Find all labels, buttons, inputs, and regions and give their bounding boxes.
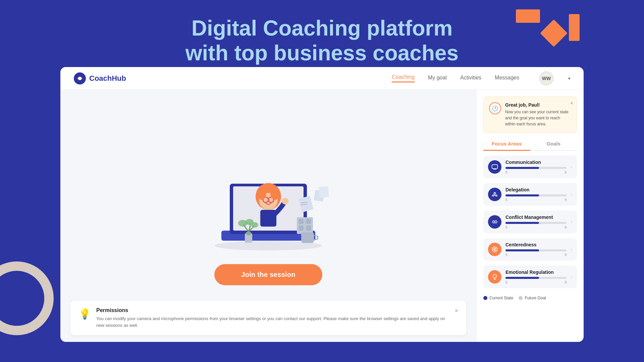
delegation-progress-fill	[505, 194, 539, 196]
nav-my-goal[interactable]: My goal	[428, 75, 447, 82]
svg-point-17	[262, 185, 275, 193]
join-session-button[interactable]: Join the session	[214, 264, 322, 285]
communication-chevron-icon: ›	[571, 164, 572, 170]
main-card: CoachHub Coaching My goal Activities Mes…	[60, 67, 584, 342]
svg-point-1	[78, 77, 82, 80]
permissions-text: You can modify your camera and microphon…	[96, 315, 449, 328]
svg-rect-33	[319, 186, 329, 197]
conflict-progress-fill	[505, 222, 539, 224]
content-area: Join the session 💡 Permissions You can m…	[60, 90, 584, 342]
emotional-progress-fill	[505, 277, 539, 279]
logo-text: CoachHub	[89, 74, 126, 83]
delegation-progress-bar	[505, 194, 567, 196]
notification-card: 🕐 Great job, Paul! Now you can see your …	[483, 97, 577, 133]
notification-content: Great job, Paul! Now you can see your cu…	[505, 102, 571, 127]
centeredness-progress-bar	[505, 249, 567, 251]
illustration-container	[195, 147, 342, 254]
emotional-icon	[488, 270, 501, 284]
legend-future-goal: Future Goal	[519, 296, 546, 300]
nav-messages[interactable]: Messages	[495, 75, 519, 82]
bg-decoration-rect1	[516, 9, 540, 23]
svg-point-35	[494, 192, 496, 194]
clock-icon: 🕐	[489, 102, 501, 114]
permissions-box: 💡 Permissions You can modify your camera…	[70, 301, 466, 335]
future-goal-dot	[519, 296, 523, 300]
notification-text: Now you can see your current state and t…	[505, 109, 571, 127]
tab-goals[interactable]: Goals	[530, 137, 577, 150]
bg-decoration-rect2	[569, 14, 580, 41]
conflict-progress-labels: 5 9	[505, 225, 567, 229]
emotional-chevron-icon: ›	[571, 274, 572, 280]
svg-point-37	[496, 195, 497, 196]
focus-item-conflict[interactable]: Conflict Management 5 9 ›	[483, 210, 577, 233]
lightbulb-icon: 💡	[78, 308, 91, 320]
svg-rect-27	[299, 219, 304, 224]
right-panel: 🕐 Great job, Paul! Now you can see your …	[476, 90, 584, 342]
delegation-icon	[488, 188, 501, 201]
focus-tabs: Focus Areas Goals	[483, 137, 577, 151]
legend-current-state: Current State	[483, 296, 513, 300]
bg-decoration-circle	[0, 261, 54, 335]
nav-coaching[interactable]: Coaching	[392, 74, 415, 82]
conflict-content: Conflict Management 5 9	[505, 215, 567, 229]
permissions-content: Permissions You can modify your camera a…	[96, 307, 449, 328]
centeredness-progress-fill	[505, 249, 539, 251]
tab-focus-areas[interactable]: Focus Areas	[483, 137, 530, 151]
permissions-title: Permissions	[96, 307, 449, 313]
centeredness-content: Centeredness 5 9	[505, 242, 567, 257]
svg-point-14	[282, 198, 288, 204]
emotional-progress-labels: 5 9	[505, 280, 567, 284]
current-state-dot	[483, 296, 487, 300]
focus-item-centeredness[interactable]: Centeredness 5 9 ›	[483, 238, 577, 261]
legend: Current State Future Goal	[483, 293, 577, 303]
chevron-down-icon[interactable]: ▾	[568, 76, 570, 81]
svg-point-19	[246, 231, 251, 235]
delegation-chevron-icon: ›	[571, 192, 572, 197]
communication-content: Communication 5 9	[505, 160, 567, 174]
centeredness-icon	[488, 243, 501, 256]
nav-activities[interactable]: Activities	[460, 75, 481, 82]
notification-title: Great job, Paul!	[505, 102, 571, 108]
focus-item-delegation[interactable]: Delegation 5 9 ›	[483, 183, 577, 206]
permissions-close-button[interactable]: ×	[454, 307, 458, 314]
svg-point-22	[251, 222, 258, 228]
emotional-content: Emotional Regulation 5 9	[505, 269, 567, 284]
nav-links: Coaching My goal Activities Messages WW …	[392, 71, 570, 85]
communication-progress-labels: 5 9	[505, 170, 567, 174]
delegation-content: Delegation 5 9	[505, 187, 567, 202]
conflict-chevron-icon: ›	[571, 219, 572, 225]
svg-point-42	[494, 249, 495, 250]
avatar[interactable]: WW	[539, 71, 553, 85]
conflict-progress-bar	[505, 222, 567, 224]
svg-rect-28	[306, 219, 311, 224]
svg-point-36	[492, 195, 494, 196]
logo[interactable]: CoachHub	[74, 72, 126, 84]
svg-rect-30	[306, 226, 311, 231]
logo-icon	[74, 72, 86, 84]
focus-item-emotional[interactable]: Emotional Regulation 5 9 ›	[483, 265, 577, 288]
delegation-progress-labels: 5 9	[505, 198, 567, 202]
svg-rect-29	[299, 226, 304, 231]
communication-progress-bar	[505, 167, 567, 169]
conflict-icon	[488, 215, 501, 229]
emotional-progress-bar	[505, 277, 567, 279]
svg-rect-31	[301, 232, 314, 243]
coach-illustration	[195, 147, 342, 254]
centeredness-chevron-icon: ›	[571, 247, 572, 252]
communication-progress-fill	[505, 167, 539, 169]
notification-close-button[interactable]: ×	[570, 100, 573, 106]
communication-icon	[488, 160, 501, 174]
left-panel: Join the session 💡 Permissions You can m…	[60, 90, 476, 342]
focus-item-communication[interactable]: Communication 5 9 ›	[483, 156, 577, 178]
svg-rect-34	[492, 165, 498, 169]
navbar: CoachHub Coaching My goal Activities Mes…	[60, 67, 584, 90]
centeredness-progress-labels: 5 9	[505, 253, 567, 257]
